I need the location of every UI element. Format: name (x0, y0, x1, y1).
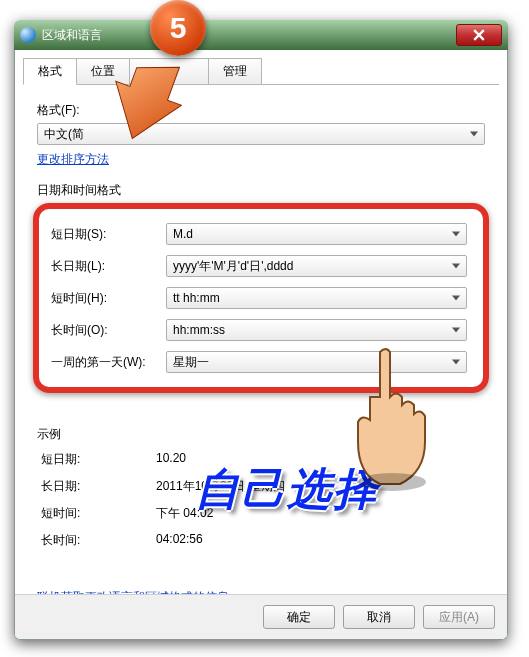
short-date-select[interactable]: M.d (166, 223, 467, 245)
tab-location[interactable]: 位置 (76, 58, 130, 85)
short-time-value: tt hh:mm (173, 291, 220, 305)
apply-button[interactable]: 应用(A) (423, 605, 495, 629)
first-day-select[interactable]: 星期一 (166, 351, 467, 373)
short-time-select[interactable]: tt hh:mm (166, 287, 467, 309)
step-badge: 5 (150, 0, 206, 56)
globe-icon (20, 27, 36, 43)
long-time-select[interactable]: hh:mm:ss (166, 319, 467, 341)
tab-divider (23, 84, 499, 85)
tabstrip: 格式 位置 管理 (15, 50, 507, 85)
format-select-value: 中文(简 (44, 126, 84, 143)
short-date-label: 短日期(S): (51, 226, 166, 243)
example-grid: 短日期: 10.20 长日期: 2011年10月20日,星期四 短时间: 下午 … (37, 447, 485, 549)
datetime-group-title: 日期和时间格式 (37, 182, 485, 199)
ex-long-time-label: 长时间: (41, 532, 156, 549)
format-select[interactable]: 中文(简 (37, 123, 485, 145)
client-area: 格式 位置 管理 格式(F): 中文(简 更改排序方法 日期和时间格式 短日期(… (14, 50, 508, 640)
tab-hidden[interactable] (129, 58, 209, 85)
long-date-value: yyyy'年'M'月'd'日',dddd (173, 258, 293, 275)
cancel-button[interactable]: 取消 (343, 605, 415, 629)
titlebar: 区域和语言 (14, 20, 508, 50)
close-button[interactable] (456, 24, 502, 46)
ex-long-date-value: 2011年10月20日,星期四 (156, 478, 481, 495)
ex-short-time-label: 短时间: (41, 505, 156, 522)
change-sort-link[interactable]: 更改排序方法 (37, 152, 109, 166)
highlight-box: 短日期(S): M.d 长日期(L): yyyy'年'M'月'd'日',dddd… (33, 203, 489, 393)
format-panel: 格式(F): 中文(简 更改排序方法 日期和时间格式 短日期(S): M.d 长… (15, 86, 507, 606)
ex-long-time-value: 04:02:56 (156, 532, 481, 549)
short-time-label: 短时间(H): (51, 290, 166, 307)
first-day-value: 星期一 (173, 354, 209, 371)
short-date-value: M.d (173, 227, 193, 241)
button-bar: 确定 取消 应用(A) (15, 594, 507, 639)
ex-short-time-value: 下午 04:02 (156, 505, 481, 522)
format-label: 格式(F): (37, 102, 485, 119)
tab-format[interactable]: 格式 (23, 58, 77, 85)
ex-short-date-value: 10.20 (156, 451, 481, 468)
close-icon (473, 29, 485, 41)
ex-long-date-label: 长日期: (41, 478, 156, 495)
long-date-select[interactable]: yyyy'年'M'月'd'日',dddd (166, 255, 467, 277)
tab-admin[interactable]: 管理 (208, 58, 262, 85)
first-day-label: 一周的第一天(W): (51, 354, 166, 371)
window-title: 区域和语言 (42, 27, 102, 44)
ok-button[interactable]: 确定 (263, 605, 335, 629)
long-time-value: hh:mm:ss (173, 323, 225, 337)
long-time-label: 长时间(O): (51, 322, 166, 339)
long-date-label: 长日期(L): (51, 258, 166, 275)
ex-short-date-label: 短日期: (41, 451, 156, 468)
dialog-window: 区域和语言 格式 位置 管理 格式(F): 中文(简 更改排序方法 (14, 20, 508, 640)
example-group-title: 示例 (37, 426, 485, 443)
